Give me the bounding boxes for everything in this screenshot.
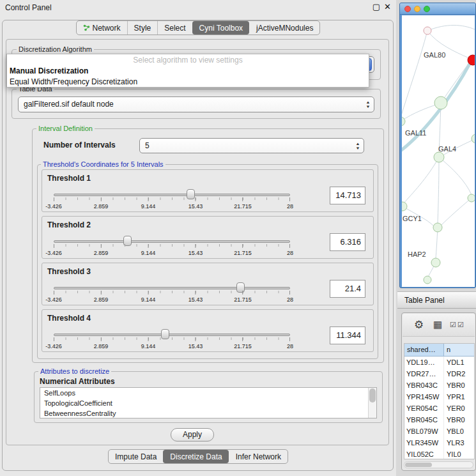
tab-infer-network[interactable]: Infer Network xyxy=(229,450,288,463)
table-cell: YER054C xyxy=(404,403,444,414)
thresholds-group-label: Threshold's Coordinates for 5 Intervals xyxy=(41,160,165,168)
stepper-up-icon: ▲ xyxy=(355,142,360,146)
tab-label: Impute Data xyxy=(115,452,157,461)
table-row[interactable]: YDL19… YDL1 xyxy=(404,357,474,368)
num-intervals-select[interactable]: 5 ▲ ▼ xyxy=(139,138,364,153)
threshold-slider[interactable]: -3.426 2.859 9.144 15.43 21.715 28 xyxy=(51,188,293,212)
network-node[interactable] xyxy=(424,276,431,284)
scale-tick-label: 2.859 xyxy=(94,343,109,349)
table-toolbar: ⚙ ▦ ☑ ☑ xyxy=(403,314,475,337)
table-cell: YBR043C xyxy=(404,380,444,391)
columns-icon[interactable]: ▦ xyxy=(433,319,442,330)
dropdown-option-equal-width[interactable]: Equal Width/Frequency Discretization xyxy=(7,77,369,88)
attribute-item[interactable]: BetweennessCentrality xyxy=(40,408,376,418)
tab-discretize-data[interactable]: Discretize Data xyxy=(163,450,228,463)
gear-icon[interactable]: ⚙ xyxy=(414,318,424,332)
checkbox-icon[interactable]: ☑ xyxy=(450,321,456,329)
apply-button[interactable]: Apply xyxy=(171,428,214,441)
table-cell: YDL19… xyxy=(404,357,444,368)
network-node[interactable] xyxy=(468,194,475,202)
network-node[interactable] xyxy=(472,134,475,143)
minimize-traffic-light-icon[interactable] xyxy=(414,6,420,12)
close-icon[interactable]: ✕ xyxy=(384,2,391,12)
horizontal-scrollbar[interactable] xyxy=(404,461,473,468)
network-node-label: HAP2 xyxy=(408,250,426,258)
network-window-titlebar[interactable] xyxy=(400,3,475,15)
scale-tick-label: 2.859 xyxy=(94,203,109,210)
network-node[interactable] xyxy=(424,27,431,35)
table-cell: YDL1 xyxy=(444,357,474,368)
table-row[interactable]: YER054C YER0 xyxy=(404,403,474,414)
table-row[interactable]: YBR045C YBR0 xyxy=(404,414,474,426)
scale-tick-label: -3.426 xyxy=(45,203,62,210)
numerical-attributes-label: Numerical Attributes xyxy=(40,377,115,386)
panel-title: Control Panel xyxy=(5,3,52,12)
combo-stepper-icon[interactable]: ▲ ▼ xyxy=(356,139,360,153)
scale-tick-label: 2.859 xyxy=(94,250,109,256)
tab-label: jActiveMNodules xyxy=(256,24,313,33)
threshold-slider[interactable]: -3.426 2.859 9.144 15.43 21.715 28 xyxy=(51,234,293,259)
threshold-value-field[interactable]: 14.713 xyxy=(330,187,365,204)
threshold-slider[interactable]: -3.426 2.859 9.144 15.43 21.715 28 xyxy=(51,328,293,352)
float-window-icon[interactable]: ▢ xyxy=(372,2,380,12)
table-row[interactable]: YBR043C YBR0 xyxy=(404,380,474,391)
threshold-slider[interactable]: -3.426 2.859 9.144 15.43 21.715 28 xyxy=(51,281,293,305)
network-canvas[interactable]: GAL80 GAL11 GAL4 GCY1 HAP2 xyxy=(402,15,475,287)
scrollbar-thumb[interactable] xyxy=(369,388,376,403)
column-header-name[interactable]: n xyxy=(444,344,474,357)
table-panel-header: Table Panel xyxy=(397,291,476,309)
num-intervals-value: 5 xyxy=(145,139,150,153)
table-cell: YBR045C xyxy=(404,414,444,426)
scale-tick-label: 15.43 xyxy=(188,343,203,349)
threshold-label: Threshold 2 xyxy=(47,220,91,229)
scrollbar-thumb[interactable] xyxy=(405,463,432,467)
combo-stepper-icon[interactable]: ▲ ▼ xyxy=(366,97,370,112)
network-node-label: GAL11 xyxy=(405,129,426,137)
network-node[interactable] xyxy=(431,258,440,267)
table-row[interactable]: YDR27… YDR2 xyxy=(404,368,474,380)
tab-style[interactable]: Style xyxy=(127,21,158,35)
scale-tick-label: 28 xyxy=(287,296,293,303)
network-node-selected[interactable] xyxy=(468,55,475,65)
threshold-value-field[interactable]: 6.316 xyxy=(330,233,365,251)
threshold-value-field[interactable]: 11.344 xyxy=(330,326,365,344)
slider-major-ticks xyxy=(54,197,290,201)
table-rows: YDL19… YDL1 YDR27… YDR2 YBR043C YBR0 xyxy=(404,357,474,459)
threshold-value-field[interactable]: 21.4 xyxy=(330,280,365,298)
attributes-scrollbar[interactable] xyxy=(368,388,376,418)
dropdown-placeholder: Select algorithm to view settings xyxy=(7,54,369,66)
checkbox-icon[interactable]: ☑ xyxy=(457,321,464,329)
network-node-label: GAL4 xyxy=(438,145,456,153)
control-panel: Control Panel ▢ ✕ N xyxy=(0,0,396,476)
column-header-shared-name[interactable]: shared… xyxy=(404,344,444,357)
tab-jactivemodules[interactable]: jActiveMNodules xyxy=(249,21,319,35)
threshold-label: Threshold 1 xyxy=(47,174,91,183)
network-node[interactable] xyxy=(433,223,442,232)
table-row[interactable]: YLR345W YLR3 xyxy=(404,437,474,449)
attribute-item[interactable]: TopologicalCoefficient xyxy=(40,398,376,408)
algorithm-dropdown: Select algorithm to view settings Manual… xyxy=(6,54,369,88)
zoom-traffic-light-icon[interactable] xyxy=(424,6,430,12)
table-header-row: shared… n xyxy=(404,344,474,357)
tab-cyni-toolbox[interactable]: Cyni Toolbox xyxy=(192,21,249,35)
network-node[interactable] xyxy=(434,152,444,162)
tab-label: Cyni Toolbox xyxy=(199,24,243,33)
table-row[interactable]: YPR145W YPR1 xyxy=(404,391,474,403)
table-row[interactable]: YBL079W YBL0 xyxy=(404,426,474,437)
tab-impute-data[interactable]: Impute Data xyxy=(109,450,163,463)
table-data-select[interactable]: galFiltered.sif default node ▲ ▼ xyxy=(18,96,374,112)
table-row[interactable]: YIL052C YIL0 xyxy=(404,449,474,459)
close-traffic-light-icon[interactable] xyxy=(404,6,411,12)
network-node[interactable] xyxy=(402,202,407,211)
dropdown-option-manual[interactable]: Manual Discretization xyxy=(7,66,369,77)
table-cell: YDR27… xyxy=(404,368,444,380)
network-node[interactable] xyxy=(434,96,447,109)
slider-scale: -3.426 2.859 9.144 15.43 21.715 28 xyxy=(54,343,290,350)
slider-major-ticks xyxy=(54,244,290,248)
network-node[interactable] xyxy=(402,117,405,126)
tab-select[interactable]: Select xyxy=(157,21,192,35)
slider-major-ticks xyxy=(54,337,290,341)
stepper-up-icon: ▲ xyxy=(365,100,370,104)
tab-network[interactable]: Network xyxy=(77,21,127,35)
attribute-item[interactable]: SelfLoops xyxy=(40,388,376,398)
